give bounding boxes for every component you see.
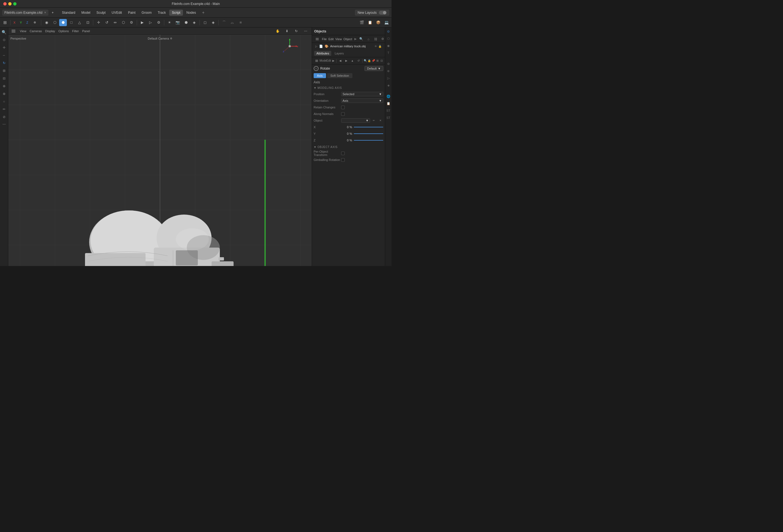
coord-x[interactable]: X: [12, 20, 17, 25]
per-object-transform-checkbox[interactable]: [341, 152, 345, 155]
position-dropdown[interactable]: Selected ▼: [341, 92, 383, 96]
lock-icon[interactable]: 🔒: [378, 45, 382, 48]
z-field[interactable]: 0 %: [341, 138, 383, 142]
viewport-down-btn[interactable]: ⬇: [283, 28, 291, 35]
nurbs-btn[interactable]: ⌓: [228, 19, 236, 26]
console-btn[interactable]: 💻: [383, 19, 390, 26]
right-icon-script2-btn[interactable]: ST: [386, 115, 391, 121]
right-icon-object-btn[interactable]: ⊙: [386, 29, 391, 34]
coord-z[interactable]: Z: [25, 20, 30, 25]
sidebar-loop-sel-btn[interactable]: ○: [1, 98, 8, 105]
object-tree-row[interactable]: ▷ 📄 🎨 American military truck.obj 👁 🔒: [312, 43, 385, 50]
object-dropdown[interactable]: ▼: [341, 118, 370, 123]
objects-search-icon[interactable]: 🔍: [358, 36, 364, 42]
attr-back-btn[interactable]: ◀: [338, 58, 343, 64]
add-tab-button[interactable]: +: [49, 10, 56, 16]
y-field[interactable]: 0 %: [341, 132, 383, 135]
visibility-icon[interactable]: 👁: [374, 45, 377, 48]
objects-menu-hamburger[interactable]: [315, 37, 320, 41]
menu-standard[interactable]: Standard: [59, 10, 78, 16]
polygon-btn[interactable]: ⌗: [237, 19, 244, 26]
viewport-menu-filter[interactable]: Filter: [72, 29, 79, 33]
viewport-menu-hamburger[interactable]: [10, 29, 17, 34]
layers-tab[interactable]: Layers: [332, 51, 346, 56]
deformer-btn[interactable]: ◻: [201, 19, 209, 26]
transform-btn[interactable]: ⬡: [119, 19, 127, 26]
point-mode-btn[interactable]: △: [76, 19, 83, 26]
camera-btn[interactable]: 📷: [174, 19, 182, 26]
viewport-menu-cameras[interactable]: Cameras: [30, 29, 42, 33]
file-tab-close-icon[interactable]: ✕: [44, 11, 46, 14]
sidebar-join-btn[interactable]: ⊞: [1, 67, 8, 74]
sidebar-extrude-btn[interactable]: ⊕: [1, 83, 8, 90]
gimballing-rotation-checkbox[interactable]: [341, 158, 345, 162]
viewport-hand-btn[interactable]: ✋: [274, 28, 281, 35]
objects-home-icon[interactable]: ⌂: [365, 36, 371, 42]
attr-pin-btn[interactable]: 📌: [372, 58, 375, 64]
render-view-btn[interactable]: 🎬: [358, 19, 366, 26]
soft-selection-button[interactable]: Soft Selection: [327, 73, 352, 78]
scale-tool-btn[interactable]: ⇔: [111, 19, 119, 26]
orientation-dropdown[interactable]: Axis ▼: [341, 98, 383, 103]
menu-uvedit[interactable]: UVEdit: [109, 10, 125, 16]
menu-nodes[interactable]: Nodes: [184, 10, 199, 16]
object-edit-icon[interactable]: ✏: [371, 118, 377, 123]
objects-link-icon[interactable]: ⛓: [373, 36, 379, 42]
new-layouts-toggle[interactable]: [379, 11, 386, 14]
x-field[interactable]: 0 %: [341, 125, 383, 129]
generator-btn[interactable]: ◈: [209, 19, 217, 26]
objects-file-menu[interactable]: File: [322, 37, 327, 41]
new-layouts-button[interactable]: New Layouts: [355, 10, 389, 16]
light-btn[interactable]: ☀: [166, 19, 173, 26]
attr-lock-btn[interactable]: 🔒: [368, 58, 371, 64]
poly-mode-btn[interactable]: ⬣: [59, 19, 67, 26]
retain-changes-checkbox[interactable]: [341, 106, 345, 109]
mesh-mode-btn[interactable]: ⬡: [51, 19, 59, 26]
sidebar-scale-btn[interactable]: ↔: [1, 52, 8, 59]
toolbar-grid-btn[interactable]: ⊞: [1, 19, 9, 26]
objects-edit-menu[interactable]: Edit: [328, 37, 334, 41]
menu-sculpt[interactable]: Sculpt: [94, 10, 108, 16]
minimize-button[interactable]: [8, 2, 11, 5]
take-btn[interactable]: 📋: [366, 19, 374, 26]
objects-view-menu[interactable]: View: [335, 37, 342, 41]
snap-btn[interactable]: ⚙: [128, 19, 135, 26]
attr-search-btn[interactable]: 🔍: [364, 58, 367, 64]
attr-mode-btn[interactable]: Mode: [320, 58, 326, 64]
attr-more-btn[interactable]: ▶: [332, 58, 335, 64]
viewport-menu-view[interactable]: View: [20, 29, 26, 33]
modeling-axis-section[interactable]: ▼ MODELING AXIS: [314, 86, 383, 89]
right-icon-transform-btn[interactable]: ⊕: [386, 68, 391, 74]
sidebar-live-select[interactable]: ⊙: [1, 36, 8, 43]
attr-up-btn[interactable]: ▲: [350, 58, 355, 64]
viewport-menu-display[interactable]: Display: [45, 29, 55, 33]
move-tool-btn[interactable]: ✛: [95, 19, 102, 26]
menu-model[interactable]: Model: [79, 10, 93, 16]
right-icon-script-btn[interactable]: ST: [386, 108, 391, 113]
sidebar-move-btn[interactable]: ✛: [1, 44, 8, 51]
sidebar-bevel-btn[interactable]: ⊗: [1, 90, 8, 97]
object-axis-section[interactable]: ▼ OBJECT AXIS: [314, 146, 383, 149]
axis-button[interactable]: Axis: [314, 73, 326, 78]
viewport-refresh-btn[interactable]: ↻: [292, 28, 300, 35]
viewport-menu-panel[interactable]: Panel: [82, 29, 90, 33]
right-icon-sphere-btn[interactable]: ◉: [386, 43, 391, 49]
right-icon-cube-btn[interactable]: ⬡: [386, 36, 391, 41]
sidebar-paint-btn[interactable]: ⊘: [1, 113, 8, 121]
right-icon-text-btn[interactable]: T: [386, 50, 391, 56]
coord-y[interactable]: Y: [18, 20, 23, 25]
right-icon-render-btn[interactable]: ▷: [386, 75, 391, 81]
render-btn[interactable]: ▶: [138, 19, 146, 26]
object-btn[interactable]: ⬢: [182, 19, 190, 26]
right-icon-settings-btn[interactable]: ⚙: [386, 61, 391, 67]
right-icon-scene-btn[interactable]: 🌐: [386, 94, 391, 99]
attr-hamburger[interactable]: [314, 59, 319, 62]
menu-groom[interactable]: Groom: [139, 10, 155, 16]
menu-paint[interactable]: Paint: [125, 10, 138, 16]
viewport-menu-options[interactable]: Options: [58, 29, 69, 33]
attributes-tab[interactable]: Attributes: [314, 51, 331, 56]
spline-btn[interactable]: ⌒: [220, 19, 228, 26]
coord-extra-btn[interactable]: ⊕: [31, 19, 38, 26]
objects-settings-icon[interactable]: ⚙: [380, 36, 385, 42]
render-settings-btn[interactable]: ⚙: [155, 19, 163, 26]
